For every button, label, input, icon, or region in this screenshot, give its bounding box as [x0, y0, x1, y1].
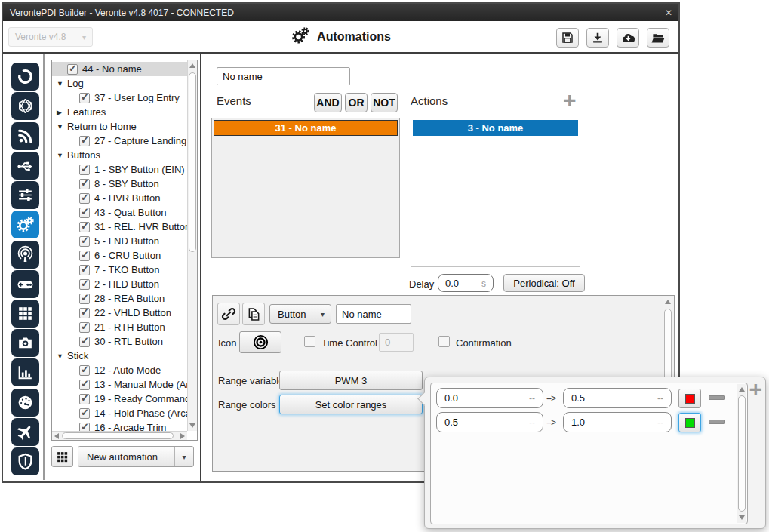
cloud-download-button[interactable]	[617, 28, 639, 48]
add-range-icon[interactable]: +	[749, 381, 762, 398]
and-operator-button[interactable]: AND	[314, 93, 342, 112]
scroll-up-arrow[interactable]	[189, 63, 195, 68]
scrollbar-thumb[interactable]	[189, 72, 196, 252]
checkbox-checked[interactable]: ✓	[79, 136, 90, 146]
action-type-dropdown[interactable]: Button ▾	[269, 304, 331, 324]
scrollbar-thumb[interactable]	[62, 432, 174, 439]
periodical-toggle-button[interactable]: Periodical: Off	[503, 274, 585, 292]
tree-item[interactable]: ✓22 - VHLD Button	[52, 306, 187, 320]
tree-item[interactable]: ✓30 - RTL Button	[52, 334, 187, 349]
actions-panel[interactable]: 3 - No name	[411, 118, 580, 267]
range-from-input[interactable]	[436, 388, 543, 408]
color-swatch-button[interactable]	[678, 413, 701, 432]
export-button[interactable]	[586, 28, 609, 48]
tree-item[interactable]: ✓2 - HLD Button	[52, 277, 187, 291]
remove-range-button[interactable]	[709, 420, 725, 424]
not-operator-button[interactable]: NOT	[371, 93, 398, 112]
tree-item[interactable]: ✓44 - No name	[52, 62, 187, 76]
checkbox-checked[interactable]: ✓	[79, 208, 90, 218]
scroll-down-arrow[interactable]	[739, 515, 745, 520]
sidebar-item-flight[interactable]	[11, 418, 39, 446]
remove-range-button[interactable]	[709, 395, 725, 400]
set-color-ranges-button[interactable]: Set color ranges	[279, 395, 423, 414]
sidebar-item-stick[interactable]	[11, 270, 39, 298]
time-control-input[interactable]	[379, 333, 414, 352]
tree-item[interactable]: ✓28 - REA Button	[52, 291, 187, 306]
tree-item[interactable]: ✓5 - LND Button	[52, 234, 187, 248]
sidebar-item-blocks[interactable]	[11, 300, 39, 328]
expand-arrow-icon[interactable]: ▼	[57, 352, 67, 360]
scroll-up-arrow[interactable]	[665, 300, 671, 304]
link-button[interactable]	[217, 303, 240, 325]
checkbox-checked[interactable]: ✓	[79, 294, 90, 304]
range-to-input[interactable]	[563, 388, 672, 408]
sidebar-item-camera[interactable]	[11, 329, 39, 357]
scroll-left-arrow[interactable]	[54, 433, 59, 439]
checkbox-checked[interactable]: ✓	[79, 408, 90, 419]
tree-item[interactable]: ✓8 - SBY Button	[52, 177, 187, 191]
sidebar-item-usb[interactable]	[11, 152, 39, 180]
scroll-right-arrow[interactable]	[180, 433, 185, 439]
tree-vertical-scrollbar[interactable]	[187, 60, 197, 431]
tree-horizontal-scrollbar[interactable]	[52, 431, 187, 440]
checkbox-checked[interactable]: ✓	[79, 179, 90, 189]
tree-item[interactable]: ✓6 - CRU Button	[52, 248, 187, 263]
collapse-arrow-icon[interactable]: ▶	[57, 109, 67, 116]
tree-item[interactable]: ✓7 - TKO Button	[52, 263, 187, 277]
scrollbar-thumb[interactable]	[738, 395, 746, 512]
scroll-up-arrow[interactable]	[739, 387, 745, 392]
tree-item[interactable]: ✓31 - REL. HVR Button	[52, 220, 187, 234]
checkbox-checked[interactable]: ✓	[79, 279, 90, 290]
tree-item[interactable]: ✓4 - HVR Button	[52, 191, 187, 205]
sidebar-item-sensors[interactable]	[11, 241, 39, 269]
sidebar-item-charts[interactable]	[11, 358, 39, 386]
save-button[interactable]	[556, 28, 579, 48]
automation-grid-button[interactable]	[51, 446, 73, 467]
checkbox-checked[interactable]: ✓	[79, 308, 90, 318]
open-file-button[interactable]	[647, 28, 669, 48]
new-automation-button[interactable]: New automation ▾	[78, 446, 194, 467]
or-operator-button[interactable]: OR	[345, 93, 368, 112]
event-item[interactable]: 31 - No name	[214, 120, 398, 136]
tree-item[interactable]: ✓12 - Auto Mode	[52, 363, 187, 377]
sidebar-item-safety[interactable]	[11, 447, 39, 475]
action-name-input[interactable]	[336, 304, 411, 324]
sidebar-item-automations[interactable]	[11, 211, 39, 238]
copy-button[interactable]	[242, 303, 265, 325]
checkbox-checked[interactable]: ✓	[79, 322, 90, 333]
tree-item[interactable]: ✓21 - RTH Button	[52, 320, 187, 334]
checkbox-checked[interactable]: ✓	[79, 236, 90, 247]
tree-item[interactable]: ✓1 - SBY Button (EIN)	[52, 162, 187, 177]
action-item[interactable]: 3 - No name	[413, 120, 578, 136]
sidebar-item-telemetry[interactable]	[11, 122, 39, 150]
checkbox-checked[interactable]: ✓	[79, 193, 90, 204]
checkbox-checked[interactable]: ✓	[79, 222, 90, 232]
events-panel[interactable]: 31 - No name	[211, 118, 400, 258]
checkbox-checked[interactable]: ✓	[79, 365, 90, 376]
sidebar-item-gauge[interactable]	[11, 389, 39, 417]
chevron-down-icon[interactable]: ▾	[174, 447, 193, 466]
add-action-icon[interactable]: +	[563, 92, 577, 109]
checkbox-checked[interactable]: ✓	[79, 165, 90, 175]
expand-arrow-icon[interactable]: ▼	[57, 80, 67, 88]
sidebar-item-power-ring[interactable]	[11, 63, 39, 91]
checkbox-checked[interactable]: ✓	[79, 251, 90, 261]
icon-picker-button[interactable]	[239, 331, 281, 353]
tree-group[interactable]: ▼Stick	[52, 349, 187, 363]
color-swatch-button[interactable]	[678, 389, 701, 408]
tree-group[interactable]: ▼Log	[52, 76, 187, 91]
tree-group[interactable]: ▼Buttons	[52, 148, 187, 162]
range-to-input[interactable]	[563, 412, 672, 432]
tree-item[interactable]: ✓43 - Quat Button	[52, 205, 187, 220]
range-variable-button[interactable]: PWM 3	[279, 371, 423, 390]
tree-group[interactable]: ▶Features	[52, 105, 187, 119]
automation-name-input[interactable]	[217, 67, 350, 85]
tree-item[interactable]: ✓37 - User Log Entry	[52, 91, 187, 105]
tree-item[interactable]: ✓14 - Hold Phase (Arcad	[52, 406, 187, 420]
tree-item[interactable]: ✓19 - Ready Command	[52, 392, 187, 406]
checkbox-checked[interactable]: ✓	[79, 265, 90, 275]
scroll-down-arrow[interactable]	[189, 423, 195, 428]
checkbox-checked[interactable]: ✓	[79, 380, 90, 390]
sidebar-item-configuration[interactable]	[11, 181, 39, 209]
tree-group[interactable]: ▼Return to Home	[52, 119, 187, 134]
